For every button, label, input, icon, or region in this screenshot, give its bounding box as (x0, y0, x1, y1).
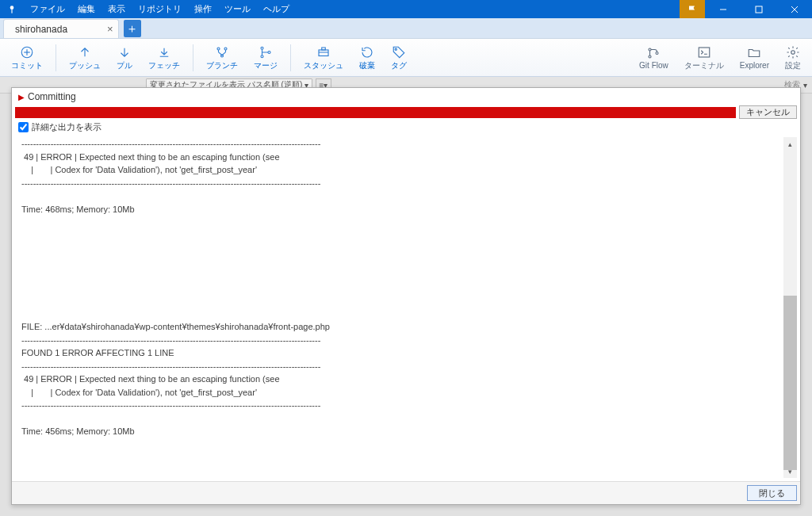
gitflow-icon (646, 45, 661, 61)
menu-file[interactable]: ファイル (24, 3, 71, 15)
terminal-button[interactable]: ターミナル (676, 43, 732, 73)
toolbar: コミット プッシュ プル フェッチ ブランチ マージ スタッシュ 破棄 タグ G… (0, 39, 812, 77)
gear-icon (786, 44, 800, 60)
svg-rect-15 (319, 50, 328, 56)
window-maximize-icon[interactable] (741, 0, 776, 18)
svg-rect-1 (11, 10, 12, 13)
merge-button[interactable]: マージ (246, 43, 285, 73)
merge-icon (259, 44, 273, 60)
detail-output-checkbox[interactable] (18, 122, 29, 132)
svg-point-12 (261, 47, 263, 49)
menu-view[interactable]: 表示 (102, 3, 132, 15)
scrollbar[interactable]: ▴ ▾ (783, 137, 797, 478)
tag-icon (392, 44, 406, 60)
search-dropdown-icon[interactable]: ▾ (803, 81, 807, 90)
progress-bar (15, 107, 736, 118)
scroll-up-icon[interactable]: ▴ (783, 137, 797, 151)
settings-button[interactable]: 設定 (777, 43, 809, 73)
tag-button[interactable]: タグ (383, 43, 415, 73)
pull-button[interactable]: プル (109, 43, 140, 73)
window-minimize-icon[interactable] (705, 0, 741, 18)
window-close-icon[interactable] (776, 0, 812, 18)
svg-point-10 (224, 48, 227, 50)
svg-rect-20 (699, 48, 710, 57)
cancel-button[interactable]: キャンセル (739, 105, 797, 119)
stash-button[interactable]: スタッシュ (296, 43, 351, 73)
svg-point-18 (649, 55, 651, 58)
svg-point-14 (268, 51, 270, 53)
explorer-button[interactable]: Explorer (732, 43, 777, 73)
branch-icon (215, 44, 229, 60)
menu-action[interactable]: 操作 (188, 3, 218, 15)
tab-strip: shirohanada × ＋ (0, 18, 812, 39)
svg-point-17 (649, 48, 651, 51)
explorer-icon (747, 45, 761, 61)
terminal-icon (697, 44, 711, 60)
svg-rect-3 (756, 6, 762, 13)
main-menu: ファイル 編集 表示 リポジトリ 操作 ツール ヘルプ (24, 3, 296, 15)
detail-output-label: 詳細な出力を表示 (32, 121, 102, 133)
svg-point-19 (656, 52, 658, 55)
log-output: ----------------------------------------… (21, 137, 779, 478)
tab-label: shirohanada (15, 24, 67, 35)
discard-button[interactable]: 破棄 (351, 43, 383, 73)
svg-point-16 (395, 48, 396, 50)
discard-icon (360, 44, 374, 60)
menu-tools[interactable]: ツール (218, 3, 257, 15)
scroll-down-icon[interactable]: ▾ (783, 464, 797, 478)
notification-flag-icon[interactable] (680, 0, 705, 18)
app-logo-icon (0, 4, 24, 15)
tab-add-button[interactable]: ＋ (124, 20, 141, 37)
pull-icon (117, 44, 132, 60)
svg-point-21 (791, 50, 795, 54)
svg-point-13 (261, 55, 263, 57)
dialog-title: ▶Committing (12, 88, 800, 105)
svg-point-9 (217, 48, 220, 50)
close-button[interactable]: 閉じる (747, 485, 797, 501)
push-button[interactable]: プッシュ (61, 43, 109, 73)
commit-dialog: ▶Committing キャンセル 詳細な出力を表示 -------------… (11, 87, 801, 505)
scroll-thumb[interactable] (783, 296, 797, 470)
titlebar: ファイル 編集 表示 リポジトリ 操作 ツール ヘルプ (0, 0, 812, 18)
branch-button[interactable]: ブランチ (198, 43, 246, 73)
tab-close-icon[interactable]: × (107, 23, 113, 35)
menu-help[interactable]: ヘルプ (257, 3, 296, 15)
commit-button[interactable]: コミット (3, 43, 51, 73)
gitflow-button[interactable]: Git Flow (631, 43, 676, 73)
fetch-icon (157, 44, 171, 60)
push-icon (78, 44, 92, 60)
menu-repo[interactable]: リポジトリ (132, 3, 188, 15)
menu-edit[interactable]: 編集 (71, 3, 102, 15)
commit-icon (20, 44, 34, 60)
tab-repo[interactable]: shirohanada × (3, 19, 119, 38)
fetch-button[interactable]: フェッチ (140, 43, 188, 73)
svg-point-0 (10, 6, 14, 10)
stash-icon (316, 44, 331, 60)
